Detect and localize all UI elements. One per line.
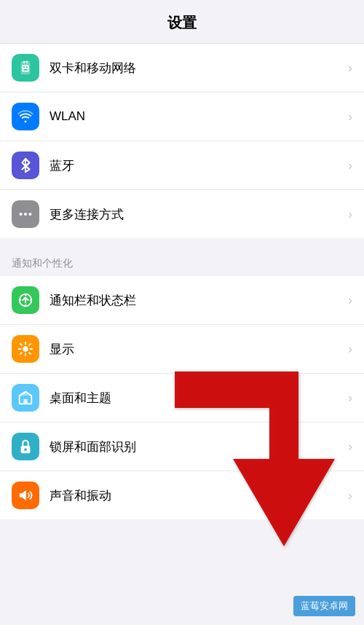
- chevron-icon: ›: [348, 390, 352, 406]
- sidebar-item-bluetooth[interactable]: 蓝牙 ›: [0, 141, 364, 190]
- lockscreen-icon: [12, 433, 39, 460]
- svg-rect-1: [22, 65, 28, 71]
- chevron-icon: ›: [348, 60, 352, 76]
- header: 设置: [0, 0, 364, 44]
- sim-label: 双卡和移动网络: [50, 60, 342, 76]
- page-title: 设置: [167, 15, 197, 31]
- svg-marker-28: [20, 490, 26, 501]
- sidebar-item-sound[interactable]: 声音和振动 ›: [0, 471, 364, 519]
- svg-rect-4: [23, 66, 25, 68]
- chevron-icon: ›: [348, 109, 352, 125]
- svg-rect-5: [26, 66, 28, 68]
- chevron-icon: ›: [348, 439, 352, 455]
- wlan-icon: [12, 103, 39, 130]
- sidebar-item-wlan[interactable]: WLAN ›: [0, 93, 364, 141]
- notification-label: 通知栏和状态栏: [50, 292, 342, 309]
- svg-line-21: [20, 344, 22, 345]
- svg-rect-3: [26, 61, 28, 63]
- settings-group-2: 通知栏和状态栏 › 显示 ›: [0, 276, 364, 519]
- svg-point-12: [25, 294, 27, 296]
- bluetooth-icon: [12, 152, 39, 179]
- notification-icon: [12, 286, 39, 314]
- sidebar-item-display[interactable]: 显示 ›: [0, 325, 364, 374]
- bluetooth-label: 蓝牙: [50, 157, 342, 174]
- sidebar-item-more-connect[interactable]: 更多连接方式 ›: [0, 190, 364, 238]
- svg-rect-2: [23, 61, 25, 63]
- chevron-icon: ›: [348, 342, 352, 357]
- svg-rect-25: [23, 399, 28, 404]
- section-label-personalization: 通知和个性化: [0, 245, 364, 276]
- svg-point-9: [28, 213, 31, 216]
- display-icon: [12, 335, 39, 363]
- chevron-icon: ›: [348, 488, 352, 503]
- svg-line-22: [29, 353, 31, 354]
- lockscreen-label: 锁屏和面部识别: [50, 439, 342, 455]
- svg-point-7: [20, 213, 23, 216]
- more-connect-label: 更多连接方式: [50, 206, 342, 223]
- svg-point-16: [23, 346, 28, 351]
- sidebar-item-notification[interactable]: 通知栏和状态栏 ›: [0, 276, 364, 325]
- chevron-icon: ›: [348, 207, 352, 222]
- display-label: 显示: [50, 341, 342, 358]
- svg-point-14: [19, 299, 21, 302]
- sound-label: 声音和振动: [50, 487, 342, 504]
- sound-icon: [12, 481, 39, 509]
- desktop-label: 桌面和主题: [50, 390, 342, 406]
- svg-rect-6: [23, 69, 28, 71]
- sim-icon: [12, 54, 39, 82]
- svg-line-24: [20, 353, 22, 354]
- sidebar-item-sim[interactable]: 双卡和移动网络 ›: [0, 44, 364, 93]
- chevron-icon: ›: [348, 158, 352, 173]
- svg-point-8: [24, 213, 27, 216]
- svg-point-27: [24, 448, 27, 451]
- more-connect-icon: [12, 200, 39, 228]
- sidebar-item-lockscreen[interactable]: 锁屏和面部识别 ›: [0, 422, 364, 471]
- svg-line-23: [29, 344, 31, 345]
- svg-point-13: [30, 299, 32, 302]
- watermark: 蓝莓安卓网: [293, 596, 355, 616]
- settings-group-1: 双卡和移动网络 › WLAN › 蓝牙 ›: [0, 44, 364, 238]
- sidebar-item-desktop[interactable]: 桌面和主题 ›: [0, 374, 364, 422]
- svg-point-15: [25, 304, 27, 307]
- group-divider: [0, 238, 364, 245]
- wlan-label: WLAN: [50, 109, 342, 124]
- desktop-icon: [12, 384, 39, 412]
- chevron-icon: ›: [348, 293, 352, 308]
